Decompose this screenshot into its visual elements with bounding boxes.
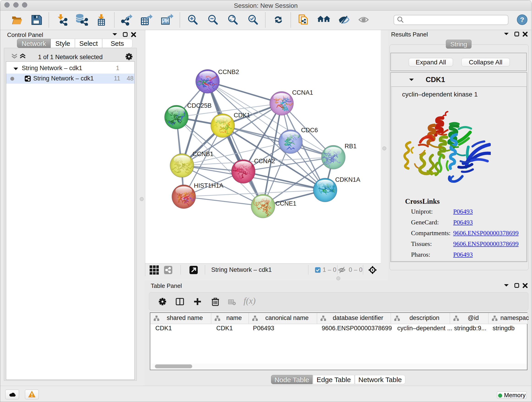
- svg-text:CCNA1: CCNA1: [292, 89, 313, 96]
- svg-text:?: ?: [520, 16, 524, 23]
- svg-text:CCNB1: CCNB1: [192, 151, 214, 157]
- svg-text:CCNE1: CCNE1: [275, 200, 297, 207]
- svg-text:CCNB2: CCNB2: [218, 69, 239, 75]
- svg-text:CDKN1A: CDKN1A: [335, 176, 360, 183]
- svg-text:HIST1H1A: HIST1H1A: [194, 182, 223, 189]
- svg-text:CCNA2: CCNA2: [254, 158, 275, 165]
- svg-text:CDC6: CDC6: [301, 127, 318, 134]
- svg-text:CDK1: CDK1: [234, 112, 250, 119]
- svg-text:RB1: RB1: [345, 143, 357, 150]
- svg-text:CDC25B: CDC25B: [187, 102, 212, 109]
